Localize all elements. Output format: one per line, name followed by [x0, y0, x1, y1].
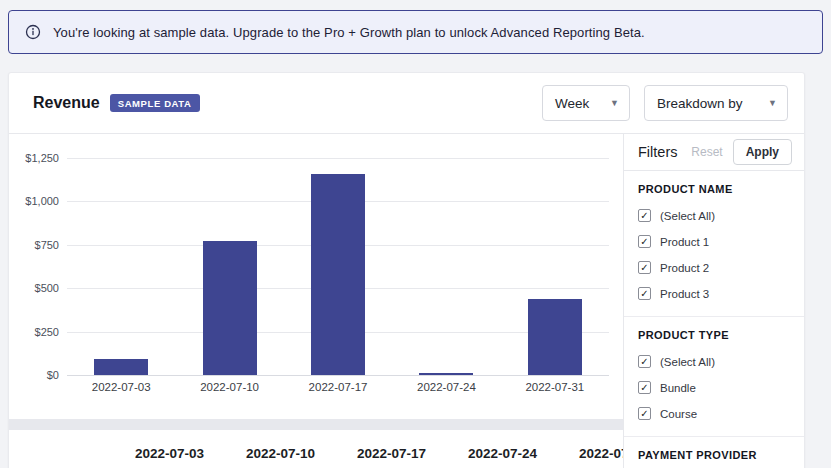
checkbox-checked[interactable]: ✓ [638, 261, 651, 274]
table-column-header: 2022-07-03 [114, 446, 225, 461]
y-tick-label: $1,250 [25, 152, 59, 164]
filter-section-payment-provider: PAYMENT PROVIDER ✓ (Select All) [624, 436, 804, 468]
filter-section-product-name: PRODUCT NAME ✓ (Select All) ✓ Product 1 … [624, 171, 804, 316]
breakdown-select[interactable]: Breakdown by ▼ [644, 85, 788, 121]
filter-option[interactable]: ✓ Course [638, 407, 790, 420]
chevron-down-icon: ▼ [610, 98, 619, 108]
page-title: Revenue [33, 94, 100, 112]
revenue-bar-chart: $1,250 $1,000 $750 $500 $250 $0 [67, 158, 609, 375]
x-tick-label: 2022-07-10 [175, 381, 283, 393]
filter-section-heading: PRODUCT TYPE [638, 329, 790, 341]
filters-title: Filters [638, 144, 691, 160]
horizontal-scrollbar[interactable] [9, 419, 623, 430]
x-tick-label: 2022-07-31 [501, 381, 609, 393]
chart-column: $1,250 $1,000 $750 $500 $250 $0 2 [9, 134, 623, 468]
filter-section-product-type: PRODUCT TYPE ✓ (Select All) ✓ Bundle ✓ C… [624, 316, 804, 436]
info-icon [25, 24, 41, 40]
table-corner-cell [9, 446, 114, 461]
card-header: Revenue SAMPLE DATA Week ▼ Breakdown by … [9, 73, 804, 134]
checkbox-checked[interactable]: ✓ [638, 381, 651, 394]
y-tick-label: $1,000 [25, 195, 59, 207]
filter-option[interactable]: ✓ Product 3 [638, 287, 790, 300]
period-select[interactable]: Week ▼ [542, 85, 630, 121]
period-select-value: Week [555, 96, 589, 111]
filter-section-heading: PAYMENT PROVIDER [638, 449, 790, 461]
checkbox-checked[interactable]: ✓ [638, 407, 651, 420]
table-header-row: 2022-07-03 2022-07-10 2022-07-17 2022-07… [9, 446, 623, 461]
checkbox-checked[interactable]: ✓ [638, 209, 651, 222]
bar [94, 359, 148, 375]
checkbox-checked[interactable]: ✓ [638, 287, 651, 300]
sample-data-badge: SAMPLE DATA [110, 94, 200, 112]
filter-option[interactable]: ✓ Product 1 [638, 235, 790, 248]
checkbox-checked[interactable]: ✓ [638, 355, 651, 368]
table-column-header: 2022-07-31 [558, 446, 623, 461]
filter-option[interactable]: ✓ Product 2 [638, 261, 790, 274]
y-tick-label: $750 [35, 239, 59, 251]
bar [528, 299, 582, 375]
x-tick-label: 2022-07-17 [284, 381, 392, 393]
advanced-reporting-page: You're looking at sample data. Upgrade t… [0, 0, 831, 468]
x-axis-line [67, 375, 609, 376]
banner-text: You're looking at sample data. Upgrade t… [53, 25, 645, 40]
apply-button[interactable]: Apply [733, 139, 792, 165]
checkbox-checked[interactable]: ✓ [638, 235, 651, 248]
x-tick-label: 2022-07-03 [67, 381, 175, 393]
filter-option[interactable]: ✓ Bundle [638, 381, 790, 394]
filters-panel: Filters Reset Apply PRODUCT NAME ✓ (Sele… [623, 134, 804, 468]
sample-data-banner: You're looking at sample data. Upgrade t… [8, 10, 823, 54]
table-column-header: 2022-07-24 [447, 446, 558, 461]
table-column-header: 2022-07-10 [225, 446, 336, 461]
bar [203, 241, 257, 375]
filter-option[interactable]: ✓ (Select All) [638, 209, 790, 222]
filter-option[interactable]: ✓ (Select All) [638, 355, 790, 368]
filter-section-heading: PRODUCT NAME [638, 183, 790, 195]
y-tick-label: $0 [47, 369, 59, 381]
x-tick-label: 2022-07-24 [392, 381, 500, 393]
table-column-header: 2022-07-17 [336, 446, 447, 461]
revenue-card: Revenue SAMPLE DATA Week ▼ Breakdown by … [8, 72, 805, 468]
chevron-down-icon: ▼ [768, 98, 777, 108]
bar [419, 373, 473, 375]
reset-button[interactable]: Reset [691, 145, 722, 159]
bar [311, 174, 365, 375]
y-tick-label: $500 [35, 282, 59, 294]
breakdown-select-value: Breakdown by [657, 96, 743, 111]
y-tick-label: $250 [35, 326, 59, 338]
